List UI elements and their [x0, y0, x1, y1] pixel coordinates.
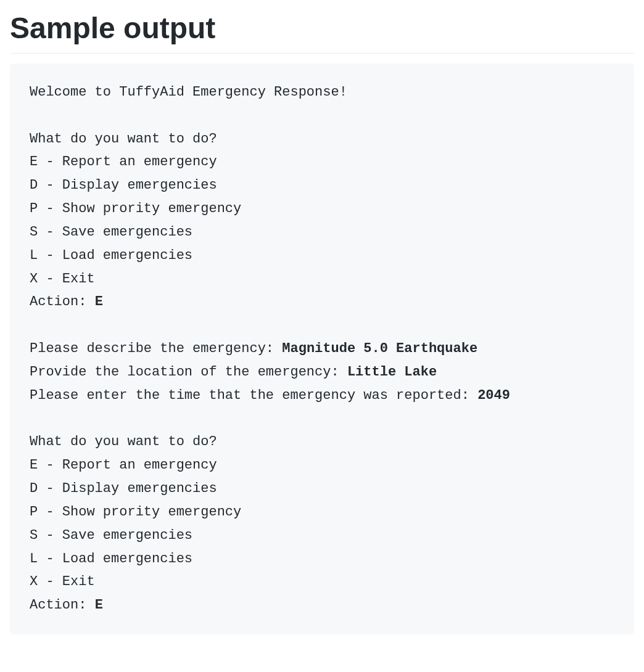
menu-opt-x-1: X - Exit — [30, 271, 95, 287]
menu-opt-l-2: L - Load emergencies — [30, 551, 192, 567]
welcome-line: Welcome to TuffyAid Emergency Response! — [30, 84, 347, 100]
menu-opt-p-1: P - Show prority emergency — [30, 201, 241, 216]
menu-opt-x-2: X - Exit — [30, 574, 95, 589]
prompt-describe: Please describe the emergency: — [30, 341, 282, 356]
input-time: 2049 — [477, 388, 510, 403]
action-label-1: Action: — [30, 294, 95, 309]
input-describe: Magnitude 5.0 Earthquake — [282, 341, 477, 356]
menu-opt-e-1: E - Report an emergency — [30, 154, 217, 170]
prompt-time: Please enter the time that the emergency… — [30, 388, 477, 403]
menu-opt-s-2: S - Save emergencies — [30, 528, 192, 543]
menu-opt-d-1: D - Display emergencies — [30, 178, 217, 193]
sample-output-code: Welcome to TuffyAid Emergency Response! … — [10, 64, 634, 634]
page-title: Sample output — [10, 10, 634, 54]
menu-header-2: What do you want to do? — [30, 434, 217, 449]
action-label-2: Action: — [30, 597, 95, 613]
prompt-location: Provide the location of the emergency: — [30, 364, 347, 380]
action-input-2: E — [95, 597, 103, 613]
menu-opt-p-2: P - Show prority emergency — [30, 504, 241, 520]
menu-opt-e-2: E - Report an emergency — [30, 457, 217, 473]
action-input-1: E — [95, 294, 103, 309]
menu-header-1: What do you want to do? — [30, 131, 217, 147]
menu-opt-d-2: D - Display emergencies — [30, 481, 217, 496]
menu-opt-s-1: S - Save emergencies — [30, 224, 192, 240]
menu-opt-l-1: L - Load emergencies — [30, 248, 192, 263]
input-location: Little Lake — [347, 364, 437, 380]
